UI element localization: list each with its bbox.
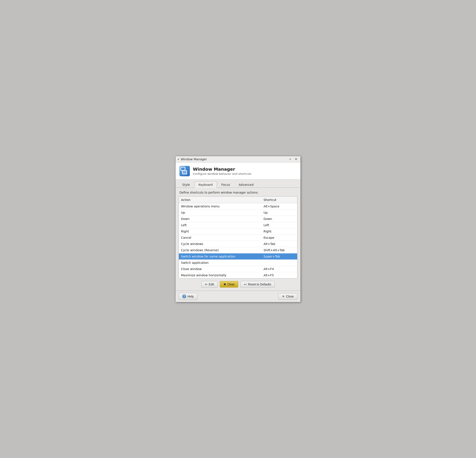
action-cell: Window operations menu bbox=[179, 203, 261, 209]
tab-style[interactable]: Style bbox=[178, 181, 194, 188]
reset-label: Reset to Defaults bbox=[248, 283, 271, 286]
tab-focus[interactable]: Focus bbox=[217, 181, 234, 188]
reset-button[interactable]: ↩ Reset to Defaults bbox=[240, 281, 275, 287]
shortcut-cell: Alt+Space bbox=[261, 203, 297, 209]
table-row[interactable]: Cycle windowsAlt+Tab bbox=[179, 241, 297, 247]
clear-button[interactable]: ✖ Clear bbox=[220, 281, 238, 287]
table-row[interactable]: RightRight bbox=[179, 228, 297, 234]
keyboard-content: Define shortcuts to perform window manag… bbox=[176, 188, 300, 291]
title-bar-right: + ✕ bbox=[288, 157, 298, 161]
tabs-bar: Style Keyboard Focus Advanced bbox=[176, 180, 300, 188]
action-buttons: ✏ Edit ✖ Clear ↩ Reset to Defaults bbox=[178, 281, 298, 287]
table-row[interactable]: Cycle windows (Reverse)Shift+Alt+Tab bbox=[179, 247, 297, 253]
help-button[interactable]: ? Help bbox=[178, 293, 197, 300]
shortcut-cell: Alt+F4 bbox=[261, 266, 297, 272]
action-cell: Switch application bbox=[179, 259, 261, 266]
table-row[interactable]: Window operations menuAlt+Space bbox=[179, 203, 297, 209]
title-bar-title-text: Window Manager bbox=[181, 157, 207, 161]
title-bar: ▾ Window Manager + ✕ bbox=[176, 156, 300, 163]
table-row[interactable]: UpUp bbox=[179, 209, 297, 216]
keyboard-description: Define shortcuts to perform window manag… bbox=[178, 191, 298, 194]
app-icon bbox=[179, 166, 190, 176]
shortcut-cell bbox=[261, 259, 297, 266]
tab-advanced[interactable]: Advanced bbox=[235, 181, 258, 188]
shortcut-cell: Super+Tab bbox=[261, 253, 297, 259]
help-label: Help bbox=[187, 295, 194, 298]
shortcut-cell: Left bbox=[261, 222, 297, 228]
close-footer-icon: ✕ bbox=[282, 295, 285, 298]
title-bar-left: ▾ Window Manager bbox=[178, 157, 207, 161]
header-subtitle: Configure window behavior and shortcuts bbox=[193, 172, 251, 175]
table-row[interactable]: LeftLeft bbox=[179, 222, 297, 228]
table-row[interactable]: Switch window for same applicationSuper+… bbox=[179, 253, 297, 259]
shortcut-cell: Up bbox=[261, 209, 297, 216]
close-label: Close bbox=[286, 295, 294, 298]
action-cell: Cycle windows bbox=[179, 241, 261, 247]
table-row[interactable]: Maximize window horizontallyAlt+F5 bbox=[179, 272, 297, 278]
shortcuts-table: Action Shortcut Window operations menuAl… bbox=[179, 197, 297, 278]
shortcut-cell: Alt+Tab bbox=[261, 241, 297, 247]
shortcut-cell: Down bbox=[261, 216, 297, 222]
tab-keyboard[interactable]: Keyboard bbox=[194, 181, 217, 188]
window: ▾ Window Manager + ✕ bbox=[175, 156, 301, 302]
shortcut-cell: Alt+F5 bbox=[261, 272, 297, 278]
action-cell: Cancel bbox=[179, 234, 261, 241]
action-cell: Maximize window horizontally bbox=[179, 272, 261, 278]
title-bar-arrow[interactable]: ▾ bbox=[178, 158, 179, 161]
clear-label: Clear bbox=[227, 283, 235, 286]
table-row[interactable]: Close windowAlt+F4 bbox=[179, 266, 297, 272]
action-cell: Cycle windows (Reverse) bbox=[179, 247, 261, 253]
footer-left: ? Help bbox=[178, 293, 197, 300]
table-row[interactable]: Switch application bbox=[179, 259, 297, 266]
edit-button[interactable]: ✏ Edit bbox=[201, 281, 218, 287]
table-row[interactable]: CancelEscape bbox=[179, 234, 297, 241]
shortcut-cell: Shift+Alt+Tab bbox=[261, 247, 297, 253]
table-row[interactable]: DownDown bbox=[179, 216, 297, 222]
clear-icon: ✖ bbox=[223, 283, 226, 286]
shortcut-cell: Right bbox=[261, 228, 297, 234]
footer-right: ✕ Close bbox=[278, 293, 298, 300]
column-shortcut: Shortcut bbox=[261, 197, 297, 203]
action-cell: Right bbox=[179, 228, 261, 234]
action-cell: Close window bbox=[179, 266, 261, 272]
action-cell: Left bbox=[179, 222, 261, 228]
header-title: Window Manager bbox=[193, 167, 251, 172]
header-text: Window Manager Configure window behavior… bbox=[193, 167, 251, 175]
header: Window Manager Configure window behavior… bbox=[176, 163, 300, 180]
edit-label: Edit bbox=[209, 283, 214, 286]
maximize-button[interactable]: + bbox=[288, 157, 292, 161]
close-window-button[interactable]: ✕ bbox=[294, 157, 298, 161]
close-button[interactable]: ✕ Close bbox=[278, 293, 298, 300]
shortcut-cell: Escape bbox=[261, 234, 297, 241]
reset-icon: ↩ bbox=[244, 283, 247, 286]
action-cell: Switch window for same application bbox=[179, 253, 261, 259]
action-cell: Down bbox=[179, 216, 261, 222]
pencil-icon: ✏ bbox=[205, 283, 208, 286]
column-action: Action bbox=[179, 197, 261, 203]
shortcuts-table-container[interactable]: Action Shortcut Window operations menuAl… bbox=[178, 196, 298, 278]
footer: ? Help ✕ Close bbox=[176, 291, 300, 302]
help-icon: ? bbox=[182, 294, 186, 298]
action-cell: Up bbox=[179, 209, 261, 216]
